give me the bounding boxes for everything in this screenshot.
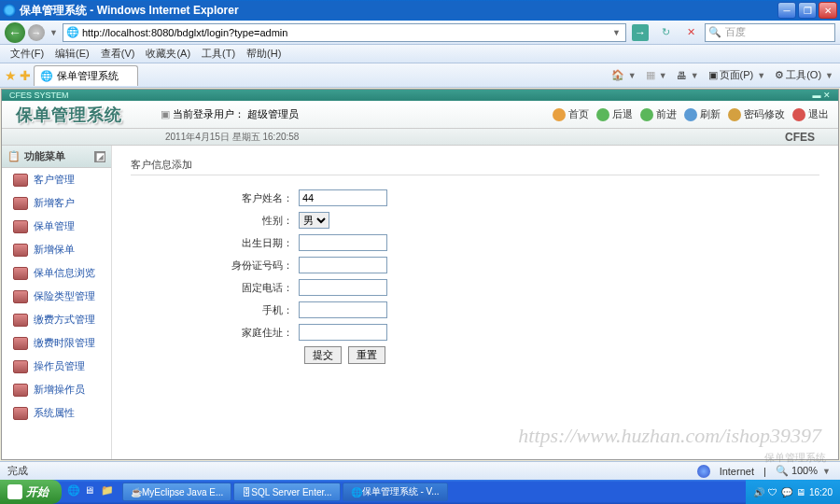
browser-tab[interactable]: 🌐 保单管理系统 [34,65,138,86]
stop-button[interactable]: ✕ [679,22,702,43]
system-tray[interactable]: 🔊 🛡 💬 🖥 16:20 [746,480,840,504]
sidebar-item-add-customer[interactable]: 新增客户 [2,191,111,215]
tray-icon[interactable]: 🔊 [753,487,764,497]
quicklaunch-app-icon[interactable]: 📁 [101,484,116,499]
menu-tools[interactable]: 工具(T) [196,45,241,63]
collapse-icon[interactable]: ◩ [94,151,105,162]
item-icon [13,244,28,257]
menu-favorites[interactable]: 收藏夹(A) [140,45,196,63]
current-user: 超级管理员 [247,107,299,121]
app-mini-close-icon[interactable]: ▬ ✕ [812,91,831,100]
tray-icon[interactable]: 🖥 [796,487,805,497]
task-myeclipse[interactable]: ☕ MyEclipse Java E... [122,483,231,501]
sidebar-item-policy-browse[interactable]: 保单信息浏览 [2,261,111,285]
quicklaunch-ie-icon[interactable]: 🌐 [67,484,82,499]
item-icon [13,197,28,210]
item-icon [13,384,28,397]
url-input[interactable] [82,27,610,38]
input-mobile[interactable] [299,301,387,318]
nav-dropdown-icon[interactable]: ▼ [48,28,60,37]
app-mini-title: CFES SYSTEM [9,91,69,100]
input-name[interactable] [299,189,387,206]
action-home[interactable]: 首页 [553,107,589,121]
menu-edit[interactable]: 编辑(E) [49,45,95,63]
status-text: 完成 [7,464,28,478]
reset-button[interactable]: 重置 [348,346,385,364]
zone-label: Internet [720,466,754,477]
add-favorite-icon[interactable]: ✚ [20,68,31,83]
tab-label: 保单管理系统 [57,69,119,83]
sidebar-item-customer-mgmt[interactable]: 客户管理 [2,168,111,191]
page-tool[interactable]: ▣ 页面(P) ▼ [708,68,768,82]
tray-icon[interactable]: 💬 [781,487,792,497]
action-forward[interactable]: 前进 [640,107,677,121]
nav-back-button[interactable]: ← [5,22,25,43]
submit-button[interactable]: 提交 [304,346,342,364]
tools-tool[interactable]: ⚙ 工具(O) ▼ [775,68,835,82]
task-ie[interactable]: 🌐 保单管理系统 - V... [343,483,448,501]
feed-tool[interactable]: ▦ ▼ [646,68,669,82]
app-subheader: 2011年4月15日 星期五 16:20:58 CFES [2,129,838,146]
input-address[interactable] [299,324,387,341]
print-tool[interactable]: 🖶 ▼ [677,68,701,82]
window-titlebar: 保单管理系统 - Windows Internet Explorer ─ ❐ ✕ [0,0,840,21]
browser-tabbar: ★ ✚ 🌐 保单管理系统 🏠 ▼ ▦ ▼ 🖶 ▼ ▣ 页面(P) ▼ ⚙ 工具(… [0,63,840,88]
menu-view[interactable]: 查看(V) [95,45,141,63]
quicklaunch-desktop-icon[interactable]: 🖥 [84,484,99,499]
search-box[interactable]: 🔍 百度 [705,23,835,42]
minimize-button[interactable]: ─ [777,2,796,19]
sidebar-item-insurance-type[interactable]: 保险类型管理 [2,285,111,308]
nav-forward-button[interactable]: → [28,24,45,41]
item-icon [13,407,28,420]
sidebar-item-add-operator[interactable]: 新增操作员 [2,378,111,401]
zoom-label[interactable]: 🔍 100% ▼ [776,465,833,477]
doc-icon: ▣ [161,108,170,120]
sidebar-item-payment-limit[interactable]: 缴费时限管理 [2,331,111,355]
input-birth[interactable] [299,234,387,251]
windows-logo-icon [7,484,22,499]
app-logo: 保单管理系统 [2,104,151,126]
item-icon [13,220,28,233]
start-button[interactable]: 开始 [0,480,62,504]
home-tool[interactable]: 🏠 ▼ [611,68,638,82]
task-sqlserver[interactable]: 🗄 SQL Server Enter... [233,483,340,501]
action-password[interactable]: 密码修改 [728,107,785,121]
sidebar-item-add-policy[interactable]: 新增保单 [2,238,111,261]
clock[interactable]: 16:20 [809,487,833,497]
select-gender[interactable]: 男 [299,212,329,229]
app-container: CFES SYSTEM ▬ ✕ 保单管理系统 ▣ 当前登录用户： 超级管理员 首… [1,89,839,460]
brand-label: CFES [785,131,824,144]
page-icon: 🌐 [66,26,79,39]
datetime-label: 2011年4月15日 星期五 16:20:58 [165,131,299,144]
menu-file[interactable]: 文件(F) [5,45,49,63]
search-placeholder: 百度 [725,25,746,39]
sidebar-item-policy-mgmt[interactable]: 保单管理 [2,215,111,238]
close-button[interactable]: ✕ [819,2,837,19]
sidebar-header[interactable]: 📋 功能菜单 ◩ [2,146,111,168]
sidebar-item-system-props[interactable]: 系统属性 [2,401,111,425]
maximize-button[interactable]: ❐ [798,2,817,19]
address-bar[interactable]: 🌐 ▼ [63,23,626,42]
refresh-button[interactable]: ↻ [654,22,677,43]
input-phone[interactable] [299,279,387,296]
ie-icon [3,4,16,17]
input-idcard[interactable] [299,257,387,273]
window-title: 保单管理系统 - Windows Internet Explorer [20,3,777,19]
item-icon [13,290,28,303]
action-refresh[interactable]: 刷新 [684,107,721,121]
label-name: 客户姓名： [131,191,299,205]
item-icon [13,337,28,350]
url-dropdown-icon[interactable]: ▼ [610,28,623,37]
internet-zone-icon [697,465,710,478]
sidebar-item-operator-mgmt[interactable]: 操作员管理 [2,355,111,378]
favorites-star-icon[interactable]: ★ [5,68,17,83]
tray-icon[interactable]: 🛡 [768,487,777,497]
menu-help[interactable]: 帮助(H) [241,45,287,63]
action-back[interactable]: 后退 [596,107,633,121]
label-mobile: 手机： [131,303,299,317]
app-inner-titlebar: CFES SYSTEM ▬ ✕ [2,90,838,101]
action-exit[interactable]: 退出 [792,107,829,121]
go-button[interactable]: → [632,24,649,41]
app-header: 保单管理系统 ▣ 当前登录用户： 超级管理员 首页 后退 前进 刷新 密码修改 … [2,101,838,129]
sidebar-item-payment-method[interactable]: 缴费方式管理 [2,308,111,331]
